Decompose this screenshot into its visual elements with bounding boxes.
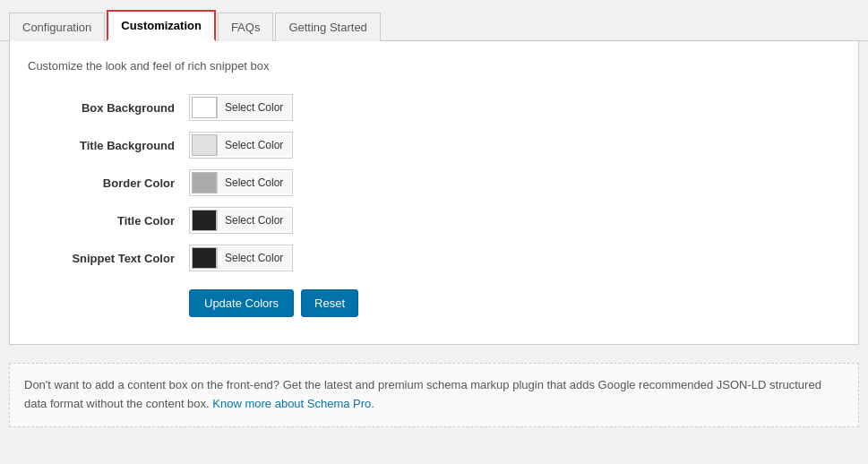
tab-faqs[interactable]: FAQs (218, 13, 274, 41)
color-swatch-title-background (192, 134, 217, 156)
update-colors-button[interactable]: Update Colors (189, 289, 294, 317)
label-title-color: Title Color (28, 214, 189, 228)
color-swatch-border-color (192, 172, 217, 193)
tab-configuration[interactable]: Configuration (9, 13, 105, 41)
color-picker-border-color[interactable]: Select Color (189, 169, 293, 196)
color-picker-snippet-text-color[interactable]: Select Color (189, 245, 293, 271)
info-box: Don't want to add a content box on the f… (9, 363, 859, 427)
field-row-box-background: Box BackgroundSelect Color (28, 94, 840, 121)
customization-panel: Customize the look and feel of rich snip… (9, 41, 859, 345)
tab-getting-started[interactable]: Getting Started (275, 13, 380, 41)
select-color-btn-title-background[interactable]: Select Color (217, 134, 290, 156)
field-row-title-background: Title BackgroundSelect Color (28, 132, 840, 159)
color-picker-title-color[interactable]: Select Color (189, 207, 293, 234)
color-fields: Box BackgroundSelect ColorTitle Backgrou… (28, 94, 840, 271)
label-title-background: Title Background (28, 139, 189, 152)
tabs-bar: ConfigurationCustomizationFAQsGetting St… (0, 9, 868, 41)
color-picker-title-background[interactable]: Select Color (189, 132, 293, 159)
info-text: Don't want to add a content box on the f… (24, 378, 821, 410)
label-border-color: Border Color (28, 176, 189, 190)
actions-row: Update Colors Reset (189, 289, 840, 317)
field-row-title-color: Title ColorSelect Color (28, 207, 840, 234)
select-color-btn-border-color[interactable]: Select Color (217, 172, 290, 193)
color-swatch-box-background (192, 97, 217, 118)
color-swatch-snippet-text-color (192, 247, 217, 269)
color-picker-box-background[interactable]: Select Color (189, 94, 293, 121)
tab-customization[interactable]: Customization (107, 10, 216, 41)
select-color-btn-snippet-text-color[interactable]: Select Color (217, 247, 290, 269)
select-color-btn-title-color[interactable]: Select Color (217, 210, 290, 231)
reset-button[interactable]: Reset (301, 289, 358, 317)
label-box-background: Box Background (28, 101, 189, 115)
panel-description: Customize the look and feel of rich snip… (28, 59, 840, 73)
select-color-btn-box-background[interactable]: Select Color (217, 97, 290, 118)
field-row-border-color: Border ColorSelect Color (28, 169, 840, 196)
field-row-snippet-text-color: Snippet Text ColorSelect Color (28, 245, 840, 271)
schema-pro-link[interactable]: Know more about Schema Pro. (212, 397, 374, 410)
label-snippet-text-color: Snippet Text Color (28, 252, 189, 265)
color-swatch-title-color (192, 210, 217, 231)
